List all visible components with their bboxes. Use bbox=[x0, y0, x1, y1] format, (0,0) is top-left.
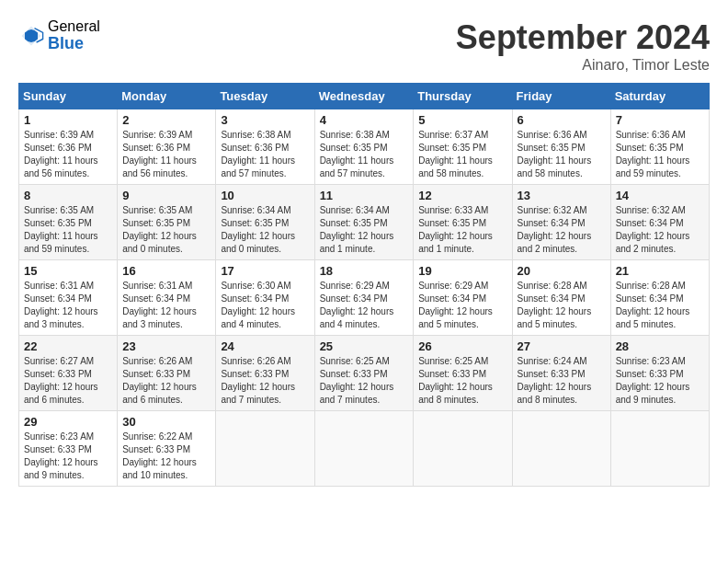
table-cell: 22 Sunrise: 6:27 AMSunset: 6:33 PMDaylig… bbox=[19, 336, 118, 411]
day-info: Sunrise: 6:34 AMSunset: 6:35 PMDaylight:… bbox=[320, 205, 394, 254]
col-saturday: Saturday bbox=[610, 84, 709, 109]
day-info: Sunrise: 6:26 AMSunset: 6:33 PMDaylight:… bbox=[221, 356, 295, 405]
day-number: 11 bbox=[320, 189, 409, 202]
table-cell: 14 Sunrise: 6:32 AMSunset: 6:34 PMDaylig… bbox=[610, 185, 709, 260]
table-cell bbox=[512, 411, 610, 487]
day-number: 6 bbox=[518, 113, 606, 127]
table-cell: 10 Sunrise: 6:34 AMSunset: 6:35 PMDaylig… bbox=[216, 185, 314, 260]
day-number: 27 bbox=[518, 339, 606, 353]
table-cell bbox=[414, 411, 512, 487]
day-info: Sunrise: 6:28 AMSunset: 6:34 PMDaylight:… bbox=[518, 281, 592, 329]
day-number: 18 bbox=[320, 264, 409, 278]
table-cell: 6 Sunrise: 6:36 AMSunset: 6:35 PMDayligh… bbox=[512, 109, 610, 185]
table-cell: 27 Sunrise: 6:24 AMSunset: 6:33 PMDaylig… bbox=[512, 336, 610, 411]
day-number: 29 bbox=[24, 415, 112, 429]
day-info: Sunrise: 6:32 AMSunset: 6:34 PMDaylight:… bbox=[616, 205, 690, 254]
day-number: 26 bbox=[418, 339, 506, 353]
day-number: 30 bbox=[122, 415, 210, 429]
day-number: 20 bbox=[518, 264, 606, 278]
table-cell: 19 Sunrise: 6:29 AMSunset: 6:34 PMDaylig… bbox=[414, 260, 512, 336]
day-info: Sunrise: 6:22 AMSunset: 6:33 PMDaylight:… bbox=[122, 431, 197, 480]
day-info: Sunrise: 6:38 AMSunset: 6:36 PMDaylight:… bbox=[221, 130, 295, 178]
table-cell bbox=[216, 411, 314, 487]
table-cell: 1 Sunrise: 6:39 AMSunset: 6:36 PMDayligh… bbox=[19, 109, 118, 185]
day-info: Sunrise: 6:32 AMSunset: 6:34 PMDaylight:… bbox=[518, 205, 592, 254]
calendar-row: 22 Sunrise: 6:27 AMSunset: 6:33 PMDaylig… bbox=[19, 336, 710, 411]
day-info: Sunrise: 6:26 AMSunset: 6:33 PMDaylight:… bbox=[122, 356, 197, 405]
calendar-row: 29 Sunrise: 6:23 AMSunset: 6:33 PMDaylig… bbox=[19, 411, 710, 487]
day-info: Sunrise: 6:36 AMSunset: 6:35 PMDaylight:… bbox=[616, 130, 690, 178]
day-number: 7 bbox=[616, 113, 704, 127]
day-info: Sunrise: 6:23 AMSunset: 6:33 PMDaylight:… bbox=[616, 356, 690, 405]
day-number: 25 bbox=[320, 339, 409, 353]
day-number: 16 bbox=[122, 264, 210, 278]
table-cell: 11 Sunrise: 6:34 AMSunset: 6:35 PMDaylig… bbox=[314, 185, 414, 260]
table-cell: 8 Sunrise: 6:35 AMSunset: 6:35 PMDayligh… bbox=[19, 185, 118, 260]
table-cell: 30 Sunrise: 6:22 AMSunset: 6:33 PMDaylig… bbox=[118, 411, 216, 487]
day-number: 8 bbox=[24, 189, 112, 202]
day-info: Sunrise: 6:31 AMSunset: 6:34 PMDaylight:… bbox=[24, 281, 98, 329]
calendar-row: 1 Sunrise: 6:39 AMSunset: 6:36 PMDayligh… bbox=[19, 109, 710, 185]
day-number: 3 bbox=[221, 113, 309, 127]
day-number: 22 bbox=[24, 339, 112, 353]
table-cell: 15 Sunrise: 6:31 AMSunset: 6:34 PMDaylig… bbox=[19, 260, 118, 336]
day-info: Sunrise: 6:37 AMSunset: 6:35 PMDaylight:… bbox=[418, 130, 493, 178]
day-info: Sunrise: 6:31 AMSunset: 6:34 PMDaylight:… bbox=[122, 281, 197, 329]
day-info: Sunrise: 6:36 AMSunset: 6:35 PMDaylight:… bbox=[518, 130, 592, 178]
day-info: Sunrise: 6:33 AMSunset: 6:35 PMDaylight:… bbox=[418, 205, 493, 254]
month-title: September 2024 bbox=[456, 18, 710, 57]
table-cell: 26 Sunrise: 6:25 AMSunset: 6:33 PMDaylig… bbox=[414, 336, 512, 411]
table-cell: 2 Sunrise: 6:39 AMSunset: 6:36 PMDayligh… bbox=[118, 109, 216, 185]
table-cell bbox=[610, 411, 709, 487]
day-number: 12 bbox=[418, 189, 506, 202]
col-wednesday: Wednesday bbox=[314, 84, 414, 109]
day-number: 28 bbox=[616, 339, 704, 353]
day-info: Sunrise: 6:29 AMSunset: 6:34 PMDaylight:… bbox=[320, 281, 394, 329]
table-cell: 7 Sunrise: 6:36 AMSunset: 6:35 PMDayligh… bbox=[610, 109, 709, 185]
title-block: September 2024 Ainaro, Timor Leste bbox=[456, 18, 710, 74]
logo: GeneralBlue bbox=[18, 18, 100, 52]
logo-blue: Blue bbox=[48, 35, 100, 53]
table-cell: 24 Sunrise: 6:26 AMSunset: 6:33 PMDaylig… bbox=[216, 336, 314, 411]
table-cell: 28 Sunrise: 6:23 AMSunset: 6:33 PMDaylig… bbox=[610, 336, 709, 411]
table-cell: 9 Sunrise: 6:35 AMSunset: 6:35 PMDayligh… bbox=[118, 185, 216, 260]
calendar-header-row: Sunday Monday Tuesday Wednesday Thursday… bbox=[19, 84, 710, 109]
table-cell bbox=[314, 411, 414, 487]
table-cell: 12 Sunrise: 6:33 AMSunset: 6:35 PMDaylig… bbox=[414, 185, 512, 260]
day-number: 13 bbox=[518, 189, 606, 202]
col-thursday: Thursday bbox=[414, 84, 512, 109]
table-cell: 5 Sunrise: 6:37 AMSunset: 6:35 PMDayligh… bbox=[414, 109, 512, 185]
day-number: 5 bbox=[418, 113, 506, 127]
day-number: 2 bbox=[122, 113, 210, 127]
day-info: Sunrise: 6:35 AMSunset: 6:35 PMDaylight:… bbox=[24, 205, 98, 254]
day-info: Sunrise: 6:34 AMSunset: 6:35 PMDaylight:… bbox=[221, 205, 295, 254]
day-info: Sunrise: 6:25 AMSunset: 6:33 PMDaylight:… bbox=[418, 356, 493, 405]
day-number: 4 bbox=[320, 113, 409, 127]
table-cell: 25 Sunrise: 6:25 AMSunset: 6:33 PMDaylig… bbox=[314, 336, 414, 411]
col-monday: Monday bbox=[118, 84, 216, 109]
table-cell: 3 Sunrise: 6:38 AMSunset: 6:36 PMDayligh… bbox=[216, 109, 314, 185]
day-number: 21 bbox=[616, 264, 704, 278]
location-title: Ainaro, Timor Leste bbox=[456, 57, 710, 74]
day-info: Sunrise: 6:25 AMSunset: 6:33 PMDaylight:… bbox=[320, 356, 394, 405]
day-info: Sunrise: 6:28 AMSunset: 6:34 PMDaylight:… bbox=[616, 281, 690, 329]
table-cell: 4 Sunrise: 6:38 AMSunset: 6:35 PMDayligh… bbox=[314, 109, 414, 185]
col-sunday: Sunday bbox=[19, 84, 118, 109]
day-info: Sunrise: 6:39 AMSunset: 6:36 PMDaylight:… bbox=[122, 130, 197, 178]
day-info: Sunrise: 6:35 AMSunset: 6:35 PMDaylight:… bbox=[122, 205, 197, 254]
table-cell: 16 Sunrise: 6:31 AMSunset: 6:34 PMDaylig… bbox=[118, 260, 216, 336]
table-cell: 21 Sunrise: 6:28 AMSunset: 6:34 PMDaylig… bbox=[610, 260, 709, 336]
day-info: Sunrise: 6:27 AMSunset: 6:33 PMDaylight:… bbox=[24, 356, 98, 405]
calendar-row: 8 Sunrise: 6:35 AMSunset: 6:35 PMDayligh… bbox=[19, 185, 710, 260]
table-cell: 17 Sunrise: 6:30 AMSunset: 6:34 PMDaylig… bbox=[216, 260, 314, 336]
day-number: 17 bbox=[221, 264, 309, 278]
day-info: Sunrise: 6:24 AMSunset: 6:33 PMDaylight:… bbox=[518, 356, 592, 405]
day-number: 24 bbox=[221, 339, 309, 353]
calendar-row: 15 Sunrise: 6:31 AMSunset: 6:34 PMDaylig… bbox=[19, 260, 710, 336]
day-info: Sunrise: 6:29 AMSunset: 6:34 PMDaylight:… bbox=[418, 281, 493, 329]
table-cell: 18 Sunrise: 6:29 AMSunset: 6:34 PMDaylig… bbox=[314, 260, 414, 336]
table-cell: 13 Sunrise: 6:32 AMSunset: 6:34 PMDaylig… bbox=[512, 185, 610, 260]
day-info: Sunrise: 6:30 AMSunset: 6:34 PMDaylight:… bbox=[221, 281, 295, 329]
logo-text: GeneralBlue bbox=[48, 18, 100, 52]
table-cell: 20 Sunrise: 6:28 AMSunset: 6:34 PMDaylig… bbox=[512, 260, 610, 336]
